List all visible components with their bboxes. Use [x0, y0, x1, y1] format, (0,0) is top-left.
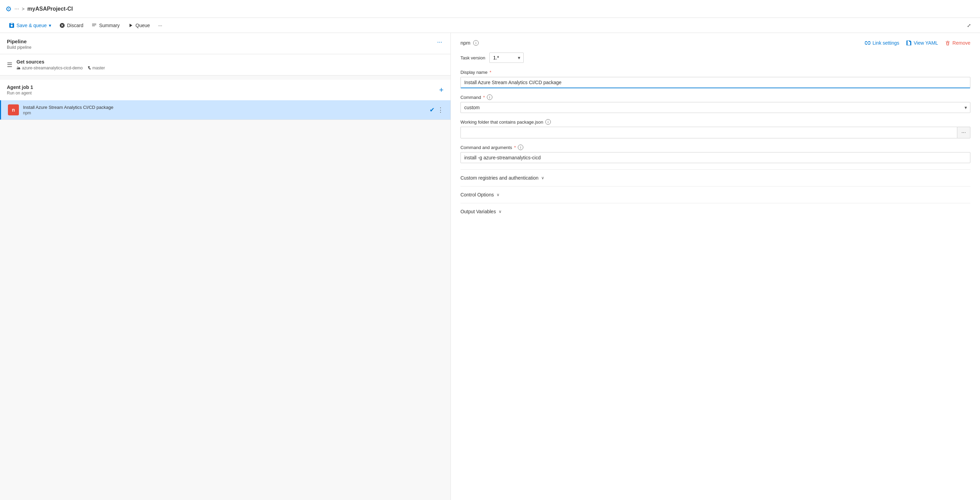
- output-variables-toggle[interactable]: Output Variables ∨: [460, 209, 502, 214]
- save-icon: [9, 23, 14, 28]
- command-args-input[interactable]: [460, 152, 970, 163]
- right-panel: npm i Link settings View YAML Remove: [451, 33, 980, 500]
- expand-icon: ⤢: [967, 23, 971, 28]
- output-variables-chevron: ∨: [499, 209, 502, 214]
- toolbar: Save & queue ▾ Discard Summary Queue ···…: [0, 18, 980, 33]
- app-icon: ⚙: [5, 5, 12, 13]
- custom-registries-toggle[interactable]: Custom registries and authentication ∨: [460, 175, 544, 181]
- save-queue-label: Save & queue: [16, 23, 47, 28]
- control-options-chevron: ∨: [496, 192, 500, 197]
- command-args-row: Command and arguments * i: [460, 144, 970, 163]
- display-name-required: *: [490, 70, 492, 75]
- get-sources-meta: azure-streamanalytics-cicd-demo master: [16, 66, 105, 70]
- branch-info: master: [87, 66, 105, 70]
- working-folder-input-group: ···: [460, 127, 970, 138]
- command-args-required: *: [514, 145, 516, 150]
- link-settings-button[interactable]: Link settings: [865, 40, 899, 46]
- repo-info: azure-streamanalytics-cicd-demo: [16, 66, 83, 70]
- agent-job-subtitle: Run on agent: [7, 90, 33, 95]
- more-dots-label: ···: [158, 23, 162, 28]
- main-layout: Pipeline Build pipeline ··· ☰ Get source…: [0, 33, 980, 500]
- custom-registries-chevron: ∨: [541, 176, 544, 180]
- working-folder-label: Working folder that contains package.jso…: [460, 119, 970, 125]
- command-info-icon[interactable]: i: [487, 94, 492, 100]
- custom-registries-section: Custom registries and authentication ∨: [460, 169, 970, 186]
- command-select[interactable]: install custom publish ci: [460, 102, 970, 113]
- pipeline-subtitle: Build pipeline: [7, 45, 31, 50]
- queue-label: Queue: [135, 23, 150, 28]
- discard-label: Discard: [67, 23, 83, 28]
- top-bar-more-button[interactable]: ···: [14, 6, 19, 12]
- get-sources-icon: ☰: [7, 61, 13, 69]
- task-version-label: Task version: [460, 55, 485, 60]
- command-label: Command * i: [460, 94, 970, 100]
- agent-job-header: Agent job 1 Run on agent +: [0, 80, 450, 100]
- pipeline-title: Pipeline: [7, 38, 31, 44]
- remove-label: Remove: [953, 40, 970, 46]
- npm-info-icon[interactable]: i: [473, 40, 479, 46]
- control-options-section: Control Options ∨: [460, 186, 970, 203]
- branch-icon: [87, 66, 91, 70]
- pipeline-info: Pipeline Build pipeline: [7, 38, 31, 50]
- get-sources-title: Get sources: [16, 59, 105, 65]
- top-bar: ⚙ ··· > myASAProject-CI: [0, 0, 980, 18]
- npm-title-area: npm i: [460, 40, 479, 46]
- pipeline-header: Pipeline Build pipeline ···: [0, 33, 450, 54]
- add-task-button[interactable]: +: [439, 86, 444, 94]
- output-variables-section: Output Variables ∨: [460, 203, 970, 220]
- branch-name: master: [92, 66, 105, 70]
- task-info: Install Azure Stream Analytics CI/CD pac…: [23, 105, 425, 115]
- task-menu-button[interactable]: ⋮: [438, 106, 444, 114]
- task-version-row: Task version 1.* ▾: [460, 52, 970, 63]
- repo-icon: [16, 66, 21, 70]
- command-args-info-icon[interactable]: i: [518, 144, 523, 150]
- more-options-button[interactable]: ···: [154, 21, 165, 30]
- summary-label: Summary: [99, 23, 119, 28]
- pipeline-more-button[interactable]: ···: [436, 38, 444, 46]
- task-check-icon: ✔: [430, 106, 435, 114]
- page-title: myASAProject-CI: [27, 6, 73, 12]
- command-args-label: Command and arguments * i: [460, 144, 970, 150]
- version-select-wrapper: 1.* ▾: [489, 52, 524, 63]
- working-folder-row: Working folder that contains package.jso…: [460, 119, 970, 138]
- npm-header: npm i Link settings View YAML Remove: [460, 40, 970, 46]
- queue-button[interactable]: Queue: [124, 21, 153, 30]
- summary-icon: [91, 23, 97, 28]
- task-version-select[interactable]: 1.*: [489, 52, 524, 63]
- left-panel: Pipeline Build pipeline ··· ☰ Get source…: [0, 33, 451, 500]
- view-yaml-button[interactable]: View YAML: [906, 40, 938, 46]
- get-sources-info: Get sources azure-streamanalytics-cicd-d…: [16, 59, 105, 70]
- control-options-toggle[interactable]: Control Options ∨: [460, 192, 500, 197]
- agent-job-section: Agent job 1 Run on agent + n Install Azu…: [0, 80, 450, 120]
- save-queue-button[interactable]: Save & queue ▾: [5, 21, 55, 30]
- working-folder-info-icon[interactable]: i: [545, 119, 551, 125]
- working-folder-input[interactable]: [460, 127, 957, 138]
- save-queue-chevron: ▾: [49, 23, 51, 28]
- expand-button[interactable]: ⤢: [964, 21, 975, 30]
- task-name: Install Azure Stream Analytics CI/CD pac…: [23, 105, 425, 110]
- queue-icon: [128, 23, 133, 28]
- agent-job-title: Agent job 1: [7, 84, 33, 90]
- task-actions: ✔ ⋮: [430, 106, 444, 114]
- task-type: npm: [23, 111, 425, 115]
- yaml-icon: [906, 40, 912, 46]
- display-name-input[interactable]: [460, 77, 970, 88]
- agent-job-info: Agent job 1 Run on agent: [7, 84, 33, 95]
- npm-actions: Link settings View YAML Remove: [865, 40, 970, 46]
- get-sources-section: ☰ Get sources azure-streamanalytics-cicd…: [0, 54, 450, 76]
- view-yaml-label: View YAML: [914, 40, 938, 46]
- working-folder-browse-button[interactable]: ···: [957, 127, 970, 138]
- remove-button[interactable]: Remove: [945, 40, 970, 46]
- command-select-wrapper: install custom publish ci ▾: [460, 102, 970, 113]
- custom-registries-label: Custom registries and authentication: [460, 175, 538, 181]
- discard-button[interactable]: Discard: [56, 21, 87, 30]
- control-options-label: Control Options: [460, 192, 494, 197]
- link-settings-label: Link settings: [872, 40, 899, 46]
- task-item[interactable]: n Install Azure Stream Analytics CI/CD p…: [0, 100, 450, 119]
- breadcrumb-chevron: >: [22, 6, 24, 12]
- display-name-label: Display name *: [460, 70, 970, 75]
- remove-icon: [945, 40, 950, 46]
- link-icon: [865, 40, 870, 46]
- summary-button[interactable]: Summary: [88, 21, 123, 30]
- npm-title-text: npm: [460, 40, 471, 46]
